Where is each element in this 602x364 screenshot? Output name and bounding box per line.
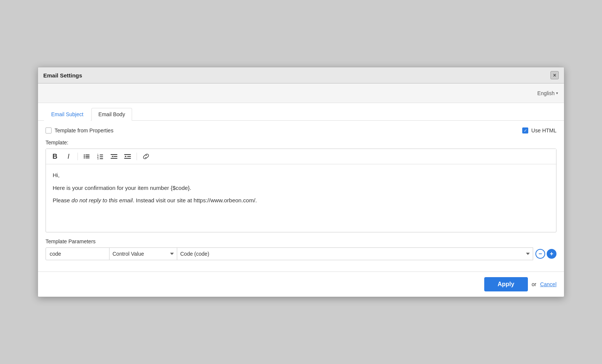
or-label: or: [532, 281, 536, 287]
template-from-properties-option: Template from Properties: [46, 127, 113, 133]
svg-rect-3: [85, 156, 90, 157]
svg-text:3.: 3.: [97, 157, 99, 160]
tab-email-subject[interactable]: Email Subject: [44, 108, 91, 121]
use-html-option: ✓ Use HTML: [522, 127, 556, 133]
remove-param-button[interactable]: −: [535, 249, 545, 259]
editor-line-3-after: . Instead visit our site at https://www.…: [133, 197, 257, 203]
svg-rect-16: [124, 154, 131, 155]
svg-rect-19: [124, 158, 131, 159]
editor-wrapper: B I 1.: [46, 149, 556, 232]
indent-decrease-button[interactable]: [109, 151, 119, 162]
template-parameters-label: Template Parameters: [46, 238, 556, 244]
ordered-list-button[interactable]: 1. 2. 3.: [95, 151, 106, 162]
svg-marker-13: [111, 156, 113, 157]
add-param-button[interactable]: +: [547, 249, 556, 259]
indent-increase-button[interactable]: [122, 151, 133, 162]
svg-rect-12: [111, 154, 117, 155]
editor-content[interactable]: Hi, Here is your confirmation for your i…: [46, 164, 556, 232]
svg-rect-15: [111, 158, 117, 159]
param-actions: − +: [535, 249, 556, 259]
link-icon: [143, 153, 149, 160]
link-button[interactable]: [141, 151, 151, 162]
indent-increase-icon: [124, 153, 131, 160]
editor-line-3: Please do not reply to this email. Inste…: [53, 196, 549, 205]
bold-button[interactable]: B: [50, 151, 60, 162]
use-html-checkbox[interactable]: ✓: [522, 127, 528, 133]
toolbar-separator-1: [78, 153, 78, 160]
chevron-down-icon: ▾: [556, 91, 558, 95]
dialog-titlebar: Email Settings ×: [38, 67, 564, 83]
ordered-list-icon: 1. 2. 3.: [97, 153, 104, 160]
unordered-list-icon: [84, 153, 90, 160]
svg-rect-7: [100, 155, 103, 155]
dialog-body: Template from Properties ✓ Use HTML Temp…: [38, 121, 564, 271]
template-label: Template:: [46, 140, 556, 146]
use-html-label: Use HTML: [531, 127, 556, 133]
language-selector[interactable]: English ▾: [537, 90, 558, 96]
svg-rect-1: [85, 155, 90, 155]
tab-email-body[interactable]: Email Body: [91, 108, 132, 121]
svg-point-2: [84, 156, 85, 157]
editor-line-3-before: Please: [53, 197, 71, 203]
language-bar: English ▾: [38, 83, 564, 103]
editor-line-2: Here is your confirmation for your item …: [53, 183, 549, 193]
param-value-select[interactable]: Code (code): [177, 247, 533, 260]
email-settings-dialog: Email Settings × English ▾ Email Subject…: [38, 67, 564, 297]
svg-marker-17: [125, 156, 127, 157]
template-parameters-section: Template Parameters Control Value Code (…: [46, 238, 556, 260]
template-from-properties-label: Template from Properties: [55, 127, 113, 133]
template-from-properties-checkbox[interactable]: [46, 127, 52, 133]
editor-line-3-italic: do not reply to this email: [71, 197, 133, 203]
apply-button[interactable]: Apply: [484, 277, 528, 291]
dialog-footer: Apply or Cancel: [38, 271, 564, 297]
editor-line-1: Hi,: [53, 170, 549, 180]
dialog-title: Email Settings: [43, 72, 82, 79]
param-name-input[interactable]: [46, 247, 109, 260]
svg-rect-5: [85, 158, 90, 158]
cancel-button[interactable]: Cancel: [540, 281, 556, 287]
italic-button[interactable]: I: [63, 151, 74, 162]
svg-rect-18: [127, 156, 131, 157]
close-button[interactable]: ×: [550, 71, 559, 79]
options-row: Template from Properties ✓ Use HTML: [46, 127, 556, 133]
svg-point-4: [84, 158, 85, 159]
toolbar-separator-2: [137, 153, 137, 160]
indent-decrease-icon: [111, 153, 117, 160]
unordered-list-button[interactable]: [82, 151, 92, 162]
param-type-select[interactable]: Control Value: [109, 247, 177, 260]
svg-rect-9: [100, 156, 103, 157]
svg-point-0: [84, 155, 85, 156]
tabs-bar: Email Subject Email Body: [38, 103, 564, 121]
editor-toolbar: B I 1.: [46, 149, 556, 164]
svg-rect-11: [100, 158, 103, 159]
params-row: Control Value Code (code) − +: [46, 247, 556, 260]
language-label: English: [537, 90, 555, 96]
svg-rect-14: [114, 156, 117, 157]
